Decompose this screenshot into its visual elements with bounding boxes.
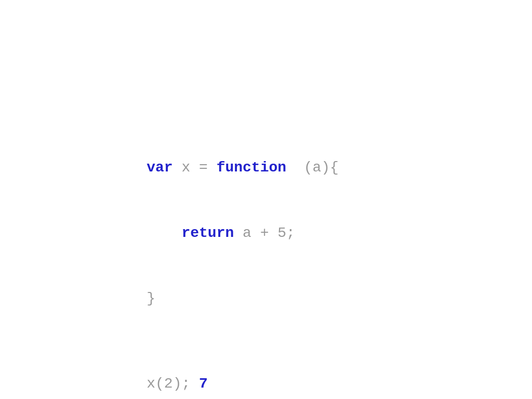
spacer-1 — [112, 331, 461, 351]
code-line-3: } — [112, 266, 461, 331]
code-call-1: x(2); — [147, 376, 199, 392]
code-return-rest: a + 5; — [234, 225, 295, 241]
code-params: (a){ — [286, 159, 339, 176]
code-assign-1: x = — [173, 159, 217, 176]
code-line-4: x(2); 7 — [112, 351, 461, 399]
code-result-1: 7 — [199, 376, 208, 392]
keyword-var-1: var — [147, 159, 172, 176]
code-line-2: return a + 5; — [112, 201, 461, 266]
keyword-function: function — [217, 159, 286, 176]
code-block: var x = function (a){ return a + 5; } x(… — [112, 135, 461, 399]
code-line-1: var x = function (a){ — [112, 135, 461, 201]
code-closing-brace: } — [147, 290, 155, 307]
keyword-return: return — [147, 225, 234, 241]
